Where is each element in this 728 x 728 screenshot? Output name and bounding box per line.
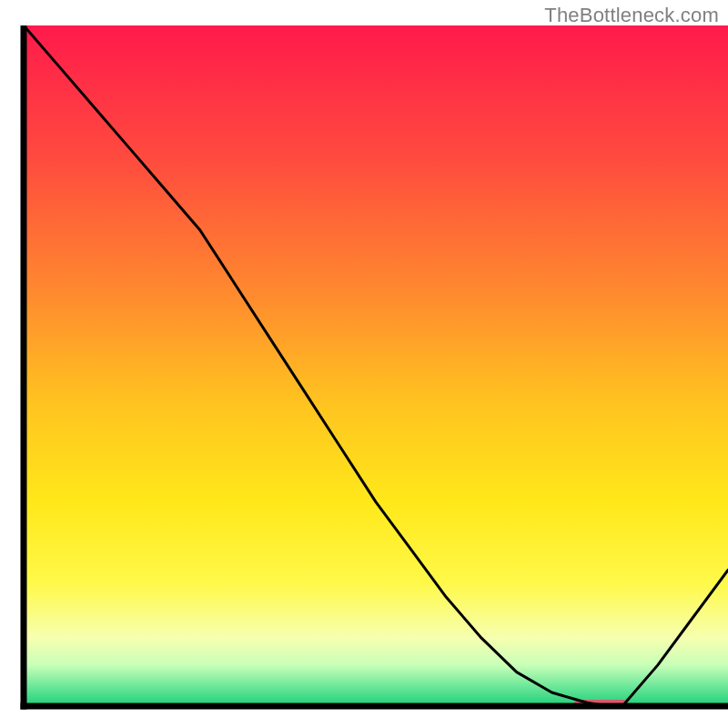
plot-background <box>24 25 728 706</box>
chart-container: TheBottleneck.com <box>0 0 728 728</box>
bottleneck-chart <box>0 0 728 728</box>
watermark-label: TheBottleneck.com <box>544 4 719 27</box>
